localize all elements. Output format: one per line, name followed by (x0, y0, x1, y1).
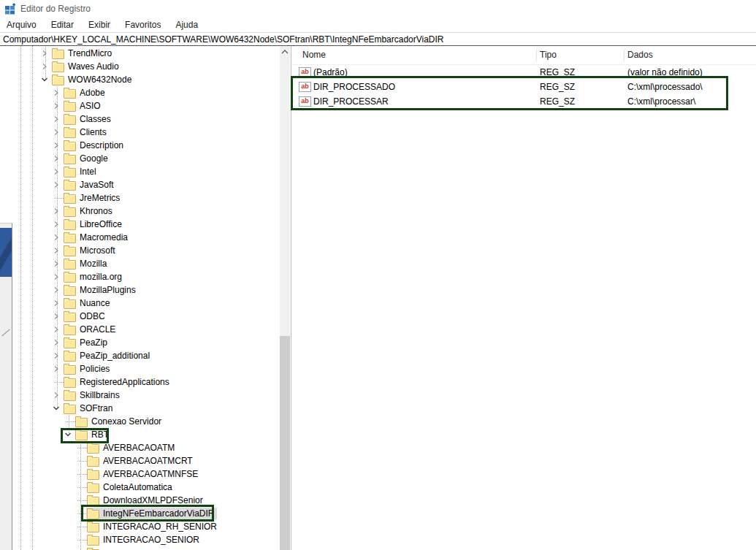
tree-node-asio[interactable]: ASIO (0, 99, 280, 112)
tree-item[interactable]: ORACLE (63, 324, 118, 335)
column-header-dados[interactable]: Dados (627, 50, 653, 60)
tree-item[interactable]: Google (63, 153, 110, 164)
chevron-right-icon[interactable] (51, 180, 61, 190)
tree-item[interactable]: mozilla.org (63, 271, 124, 283)
chevron-right-icon[interactable] (51, 153, 61, 164)
tree-item[interactable]: DownloadXMLPDFSenior (86, 494, 205, 506)
tree-item[interactable]: AVERBACAOATMNFSE (86, 468, 200, 480)
tree-item[interactable]: Nuance (63, 297, 112, 309)
tree-item[interactable] (86, 547, 102, 550)
chevron-right-icon[interactable] (51, 272, 61, 282)
tree-node-averbacaoatmnfse[interactable]: AVERBACAOATMNFSE (0, 467, 280, 481)
tree-item[interactable]: SOFtran (63, 402, 115, 414)
tree-node-averbacaoatmcrt[interactable]: AVERBACAOATMCRT (0, 454, 280, 467)
value-row-dir-processado[interactable]: abDIR_PROCESSADOREG_SZC:\xml\processado\ (291, 80, 756, 94)
chevron-right-icon[interactable] (51, 337, 61, 348)
tree-item[interactable]: Waves Audio (51, 61, 121, 72)
chevron-down-icon[interactable] (39, 75, 50, 85)
tree-node-macromedia[interactable]: Macromedia (0, 231, 280, 244)
chevron-right-icon[interactable] (51, 364, 61, 374)
tree-item[interactable]: WOW6432Node (51, 74, 134, 85)
tree-item[interactable]: INTEGRACAO_RH_SENIOR (86, 521, 219, 532)
tree-item[interactable]: ODBC (63, 310, 107, 322)
column-header-tipo[interactable]: Tipo (540, 50, 557, 60)
tree-node-mozilla-org[interactable]: mozilla.org (0, 270, 280, 283)
tree-item[interactable]: AVERBACAOATMCRT (86, 455, 195, 467)
tree-node-libreoffice[interactable]: LibreOffice (0, 218, 280, 231)
menu-ajuda[interactable]: Ajuda (175, 20, 198, 30)
tree-item[interactable]: Clients (63, 126, 109, 138)
tree-item[interactable]: PeaZip_additional (63, 350, 152, 362)
tree-node-policies[interactable]: Policies (0, 362, 280, 375)
tree-item[interactable]: ColetaAutomatica (86, 481, 175, 493)
chevron-right-icon[interactable] (51, 127, 61, 137)
chevron-down-icon[interactable] (63, 429, 73, 440)
tree-node-integnfeembarcadorviadir[interactable]: IntegNFeEmbarcadorViaDIR (0, 507, 280, 520)
tree-item[interactable]: JreMetrics (63, 192, 122, 204)
tree-item[interactable]: Classes (63, 113, 113, 125)
chevron-up-icon[interactable] (280, 46, 290, 57)
tree-item[interactable]: RegisteredApplications (63, 376, 172, 388)
tree-item[interactable]: Description (63, 140, 126, 151)
tree-item[interactable]: IntegNFeEmbarcadorViaDIR (86, 508, 217, 519)
tree-node-odbc[interactable]: ODBC (0, 310, 280, 323)
tree-node-coletaautomatica[interactable]: ColetaAutomatica (0, 481, 280, 494)
value-row-dir-processar[interactable]: abDIR_PROCESSARREG_SZC:\xml\processar\ (291, 94, 756, 109)
tree-node-registeredapplications[interactable]: RegisteredApplications (0, 375, 280, 389)
tree-node-conexao-servidor[interactable]: Conexao Servidor (0, 415, 280, 428)
tree-item[interactable]: Policies (63, 363, 112, 375)
menu-favoritos[interactable]: Favoritos (125, 20, 161, 30)
chevron-right-icon[interactable] (51, 324, 61, 335)
tree-item[interactable]: Mozilla (63, 258, 109, 270)
tree-item[interactable]: MozillaPlugins (63, 284, 138, 296)
tree-node-clients[interactable]: Clients (0, 126, 280, 139)
tree-node-integracao-rh-senior[interactable]: INTEGRACAO_RH_SENIOR (0, 520, 280, 533)
tree-node-downloadxmlpdfsenior[interactable]: DownloadXMLPDFSenior (0, 494, 280, 507)
tree-scrollbar[interactable] (280, 46, 290, 550)
tree-node-javasoft[interactable]: JavaSoft (0, 178, 280, 191)
tree-node-khronos[interactable]: Khronos (0, 205, 280, 218)
tree-node-nuance[interactable]: Nuance (0, 297, 280, 310)
tree-item[interactable]: AVERBACAOATM (86, 442, 177, 454)
chevron-right-icon[interactable] (51, 167, 61, 177)
chevron-right-icon[interactable] (51, 285, 61, 295)
tree-node-mozilla[interactable]: Mozilla (0, 257, 280, 270)
chevron-right-icon[interactable] (51, 101, 61, 111)
value-row-padr-o[interactable]: ab(Padrão)REG_SZ(valor não definido) (291, 65, 756, 80)
chevron-right-icon[interactable] (51, 206, 61, 216)
tree-item[interactable]: INTEGRACAO_SENIOR (86, 534, 202, 546)
tree-node-partial[interactable] (0, 546, 280, 550)
address-bar[interactable]: Computador\HKEY_LOCAL_MACHINE\SOFTWARE\W… (0, 33, 756, 46)
chevron-right-icon[interactable] (51, 390, 61, 400)
chevron-right-icon[interactable] (51, 114, 61, 124)
tree-item[interactable]: RBT (75, 429, 111, 440)
chevron-right-icon[interactable] (51, 88, 61, 98)
tree-item[interactable]: JavaSoft (63, 179, 116, 191)
chevron-right-icon[interactable] (51, 140, 61, 150)
chevron-right-icon[interactable] (51, 219, 61, 229)
tree-node-classes[interactable]: Classes (0, 112, 280, 126)
chevron-down-icon[interactable] (51, 403, 61, 413)
tree-node-skillbrains[interactable]: Skillbrains (0, 389, 280, 402)
tree-node-rbt[interactable]: RBT (0, 428, 280, 441)
tree-node-peazip-additional[interactable]: PeaZip_additional (0, 349, 280, 362)
tree-node-intel[interactable]: Intel (0, 165, 280, 178)
tree-item[interactable]: TrendMicro (51, 47, 114, 59)
chevron-right-icon[interactable] (39, 48, 50, 58)
chevron-right-icon[interactable] (51, 351, 61, 361)
chevron-right-icon[interactable] (51, 298, 61, 308)
menu-arquivo[interactable]: Arquivo (7, 20, 37, 30)
menu-editar[interactable]: Editar (51, 20, 74, 30)
chevron-right-icon[interactable] (51, 245, 61, 256)
tree-node-google[interactable]: Google (0, 152, 280, 165)
tree-node-waves-audio[interactable]: Waves Audio (0, 60, 280, 73)
scrollbar-thumb[interactable] (280, 336, 290, 550)
tree-node-wow6432node[interactable]: WOW6432Node (0, 73, 280, 86)
tree-item[interactable]: ASIO (63, 100, 103, 112)
menu-exibir[interactable]: Exibir (88, 20, 110, 30)
tree-node-adobe[interactable]: Adobe (0, 86, 280, 99)
tree-item[interactable]: Intel (63, 166, 99, 177)
tree-item[interactable]: Skillbrains (63, 389, 122, 401)
tree-item[interactable]: Adobe (63, 87, 107, 99)
tree-node-softran[interactable]: SOFtran (0, 402, 280, 415)
